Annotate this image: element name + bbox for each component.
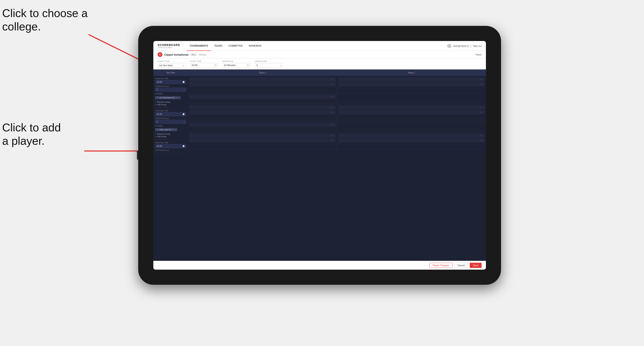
- player-slot-1-3[interactable]: × ⌄: [338, 77, 485, 82]
- tournament-badge: Men: [190, 53, 197, 56]
- pipe: |: [470, 45, 471, 47]
- group-size-group: Group Size 3 ⌄: [255, 60, 283, 67]
- team1-col-3: × ⌄ × ⌄: [188, 132, 337, 149]
- nav-user: blair@clippd.io | Sign out: [447, 44, 482, 48]
- side-button: [137, 151, 138, 160]
- teams-row-2b: × ⌄: [188, 121, 486, 132]
- player-slot-1-1[interactable]: × ⌄: [189, 77, 336, 82]
- add-group-2[interactable]: + Add Group: [155, 136, 186, 138]
- start-type-group: Start Type 1st Tee Start ⌄: [158, 60, 186, 67]
- course-tag-1[interactable]: 🏌 (A) Peachtree GC × ⌄: [155, 96, 181, 99]
- teams-row-1b: × ⌄: [188, 93, 486, 104]
- team1-course-row-2: × ⌄: [188, 121, 337, 132]
- player-slot-1-2[interactable]: × ⌄: [189, 82, 336, 86]
- sign-out-link[interactable]: Sign out: [473, 45, 482, 47]
- player-slot-course-2[interactable]: × ⌄: [189, 123, 336, 127]
- nav-rankings[interactable]: RANKINGS: [246, 41, 264, 51]
- group-size-label: Group Size: [255, 60, 283, 62]
- annotation-player: Click to adda player.: [2, 121, 61, 148]
- player-slot-3-3[interactable]: × ⌄: [338, 133, 485, 138]
- start-time-group: Start Time 10:00 🕐: [190, 60, 218, 67]
- starting-time-label-2: STARTING TIME:: [155, 110, 186, 112]
- team2-course-empty: [337, 93, 486, 104]
- nav-bar: SCOREBOARD Powered by clippd TOURNAMENTS…: [153, 41, 486, 51]
- left-column: STARTING TIME: 10:00 🕐 STARTING HOLE: 1 …: [153, 76, 188, 261]
- start-time-input[interactable]: 10:00 🕐: [190, 63, 218, 67]
- player-slot-3-1[interactable]: × ⌄: [189, 133, 336, 138]
- footer: Reset Changes Cancel Save: [153, 261, 486, 270]
- sub-header-left: C Clippd Invitational Men Hosting: [158, 52, 206, 57]
- player-slot-2-1[interactable]: × ⌄: [189, 105, 336, 110]
- tournament-tag: Hosting: [199, 53, 206, 56]
- start-type-select[interactable]: 1st Tee Start ⌄: [158, 63, 186, 67]
- course-tag-2[interactable]: 🏌 East Lake GC × ⌄: [155, 128, 177, 131]
- remove-group-1[interactable]: ○ Remove Group: [155, 101, 186, 103]
- starting-hole-label-2: STARTING HOLE:: [155, 117, 186, 119]
- teams-row-2: × ⌄ × ⌄ × ⌄ ×: [188, 104, 486, 121]
- controls-row: Start Type 1st Tee Start ⌄ Start Time 10…: [153, 58, 486, 69]
- nav-logo: SCOREBOARD Powered by clippd: [158, 43, 180, 48]
- th-team1: Team 1: [188, 72, 337, 74]
- intervals-select[interactable]: 10 Minutes 🕐: [222, 63, 250, 67]
- tablet-screen: SCOREBOARD Powered by clippd TOURNAMENTS…: [153, 41, 486, 270]
- team2-col-2: × ⌄ × ⌄: [337, 104, 486, 121]
- tee-group-3: STARTING TIME: 10:20 🕐 STARTING HOLE:: [153, 140, 188, 154]
- tablet-frame: SCOREBOARD Powered by clippd TOURNAMENTS…: [138, 26, 501, 285]
- remove-group-2[interactable]: ○ Remove Group: [155, 133, 186, 135]
- player-slot-2-3[interactable]: × ⌄: [338, 105, 485, 110]
- nav-committee[interactable]: COMMITTEE: [226, 41, 246, 51]
- save-button[interactable]: Save: [470, 263, 482, 268]
- cancel-button[interactable]: Cancel: [454, 263, 468, 268]
- logo-title: SCOREBOARD: [158, 43, 180, 47]
- teams-row-1: × ⌄ × ⌄ × ⌄ ×: [188, 76, 486, 93]
- clippd-logo: C: [158, 52, 162, 57]
- sub-header: C Clippd Invitational Men Hosting ‹ Back: [153, 51, 486, 58]
- nav-teams[interactable]: TEAMS: [211, 41, 226, 51]
- add-group-1[interactable]: + Add Group: [155, 104, 186, 106]
- right-content: × ⌄ × ⌄ × ⌄ ×: [188, 76, 486, 261]
- team2-col-1: × ⌄ × ⌄: [337, 76, 486, 93]
- th-team2: Team 2: [337, 72, 486, 74]
- team1-col-2: × ⌄ × ⌄: [188, 104, 337, 121]
- start-time-label: Start Time: [190, 60, 218, 62]
- player-slot-3-2[interactable]: × ⌄: [189, 138, 336, 143]
- course-label-1: COURSE:: [155, 93, 186, 95]
- starting-time-input-3[interactable]: 10:20 🕐: [155, 144, 186, 148]
- player-slot-course-1[interactable]: × ⌄: [189, 94, 336, 99]
- nav-tournaments[interactable]: TOURNAMENTS: [186, 41, 211, 51]
- tee-group-2: STARTING TIME: 10:10 🕐 STARTING HOLE: 1 …: [153, 108, 188, 140]
- team1-col-1: × ⌄ × ⌄: [188, 76, 337, 93]
- group-size-select[interactable]: 3 ⌄: [255, 63, 283, 67]
- starting-time-label-3: STARTING TIME:: [155, 142, 186, 144]
- starting-hole-label-1: STARTING HOLE:: [155, 85, 186, 87]
- team1-course-row: × ⌄: [188, 93, 337, 104]
- starting-hole-input-1[interactable]: 1 ⌄: [155, 88, 186, 92]
- back-button[interactable]: ‹ Back: [475, 53, 482, 56]
- table-header: Tee Time Team 1 Team 2: [153, 69, 486, 76]
- starting-time-label-1: STARTING TIME:: [155, 78, 186, 80]
- th-tee-time: Tee Time: [153, 72, 188, 74]
- intervals-label: Intervals: [222, 60, 250, 62]
- player-slot-3-4[interactable]: × ⌄: [338, 138, 485, 143]
- reset-changes-button[interactable]: Reset Changes: [430, 263, 452, 268]
- nav-links: TOURNAMENTS TEAMS COMMITTEE RANKINGS: [186, 41, 447, 51]
- avatar: [447, 44, 451, 48]
- player-slot-2-2[interactable]: × ⌄: [189, 110, 336, 115]
- starting-hole-label-3: STARTING HOLE:: [155, 149, 186, 151]
- starting-time-input-2[interactable]: 10:10 🕐: [155, 112, 186, 116]
- team2-col-3: × ⌄ × ⌄: [337, 132, 486, 149]
- course-label-2: COURSE:: [155, 125, 186, 127]
- teams-row-3: × ⌄ × ⌄ × ⌄ ×: [188, 132, 486, 149]
- logo-sub: Powered by clippd: [158, 47, 180, 48]
- starting-time-input-1[interactable]: 10:00 🕐: [155, 80, 186, 84]
- tournament-title: Clippd Invitational: [164, 53, 188, 56]
- user-email: blair@clippd.io: [453, 45, 469, 47]
- player-slot-2-4[interactable]: × ⌄: [338, 110, 485, 115]
- starting-hole-input-2[interactable]: 1 ⌄: [155, 120, 186, 124]
- tee-group-1: STARTING TIME: 10:00 🕐 STARTING HOLE: 1 …: [153, 76, 188, 108]
- annotation-college: Click to choose acollege.: [2, 6, 88, 33]
- main-content: STARTING TIME: 10:00 🕐 STARTING HOLE: 1 …: [153, 76, 486, 261]
- team2-course-empty-2: [337, 121, 486, 132]
- player-slot-1-4[interactable]: × ⌄: [338, 82, 485, 86]
- start-type-label: Start Type: [158, 60, 186, 62]
